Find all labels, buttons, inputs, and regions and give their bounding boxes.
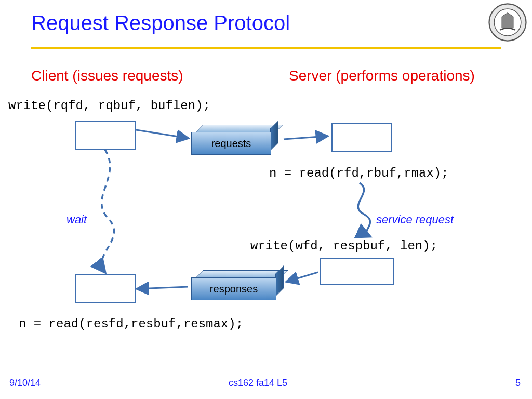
- slide: Request Response Protocol Client (issues…: [0, 0, 532, 399]
- responses-channel-box: responses: [191, 270, 284, 300]
- footer-course: cs162 fa14 L5: [229, 378, 287, 389]
- client-read-code: n = read(resfd,resbuf,resmax);: [19, 317, 243, 331]
- responses-label: responses: [191, 277, 276, 300]
- svg-line-5: [137, 287, 188, 289]
- server-request-buffer-box: [331, 123, 392, 152]
- server-heading: Server (performs operations): [289, 68, 475, 84]
- university-seal-icon: [488, 3, 527, 42]
- server-read-code: n = read(rfd,rbuf,rmax);: [269, 166, 449, 180]
- client-heading: Client (issues requests): [31, 68, 183, 84]
- title-underline: [31, 47, 501, 49]
- client-response-buffer-box: [75, 274, 136, 303]
- svg-line-4: [287, 272, 318, 282]
- footer-date: 9/10/14: [9, 378, 41, 389]
- requests-channel-box: requests: [191, 125, 278, 155]
- slide-title: Request Response Protocol: [31, 11, 290, 35]
- requests-label: requests: [191, 132, 271, 155]
- client-write-code: write(rqfd, rqbuf, buflen);: [8, 99, 210, 113]
- svg-line-3: [284, 136, 327, 139]
- server-response-buffer-box: [320, 258, 394, 285]
- client-request-buffer-box: [75, 121, 136, 150]
- arrows-layer: [0, 0, 532, 399]
- wait-label: wait: [66, 213, 87, 227]
- server-write-code: write(wfd, respbuf, len);: [250, 239, 437, 253]
- service-request-label: service request: [376, 213, 454, 227]
- svg-line-2: [136, 130, 188, 138]
- footer-page: 5: [515, 378, 521, 389]
